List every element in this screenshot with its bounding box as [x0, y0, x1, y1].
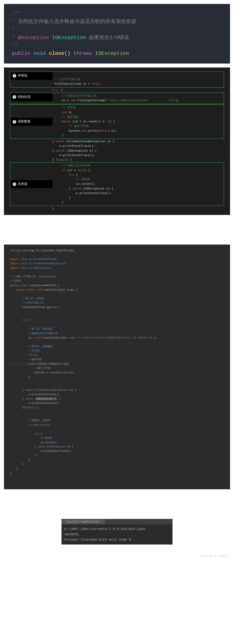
step-num-1: 1 — [13, 74, 16, 78]
tab-bar: InputStreamTest02 × — [62, 519, 172, 524]
comment-open: /** — [12, 11, 21, 17]
step-label-2: 初始化流 — [18, 94, 31, 100]
step-1: 1声明流 // 文件字节输入流 FileInputStream in = nul… — [10, 72, 224, 88]
step-label-4: 关闭流 — [18, 182, 27, 187]
step-label-3: 读取数据 — [18, 119, 31, 124]
close-icon[interactable]: × — [100, 520, 102, 523]
step-num-4: 4 — [13, 182, 16, 186]
step-label-1: 声明流 — [18, 74, 27, 78]
step-num-2: 2 — [13, 95, 16, 99]
terminal-output-block: InputStreamTest02 × D:\JDK\.jdks\corrett… — [62, 519, 172, 545]
ide-source-block: package com.erge.IO.classon01.InputStrea… — [4, 244, 230, 489]
program-output: abcdefg — [64, 532, 79, 536]
step-4: 4关闭流 // 当输入流不为空时 if (in ≠ null) { try { … — [10, 162, 224, 206]
tab-inputstreamtest02[interactable]: InputStreamTest02 × — [62, 519, 105, 524]
javadoc-block: /** * 关闭此文件输入流并释放与该流关联的所有系统资源 * * @excep… — [4, 4, 230, 64]
step-3: 3读取数据 // 字节值 int b; // 循环读取 while ((b = … — [10, 104, 224, 139]
java-path: D:\JDK\.jdks\corretto-1.8.0_312\bin\java — [64, 527, 145, 531]
watermark: CSDN @二哥一直坚持 — [0, 552, 234, 562]
step-num-3: 3 — [13, 120, 16, 124]
annotated-code-block: 1声明流 // 文件字节输入流 FileInputStream in = nul… — [4, 68, 230, 215]
comment-close: */ — [12, 43, 18, 48]
exit-message: Process finished with exit code 0 — [64, 538, 131, 542]
step-2: 2初始化流 // 初始化文件字节输入流 in = new FileInputSt… — [10, 92, 224, 104]
tab-label: InputStreamTest02 — [65, 520, 99, 524]
terminal-content: D:\JDK\.jdks\corretto-1.8.0_312\bin\java… — [62, 524, 172, 544]
